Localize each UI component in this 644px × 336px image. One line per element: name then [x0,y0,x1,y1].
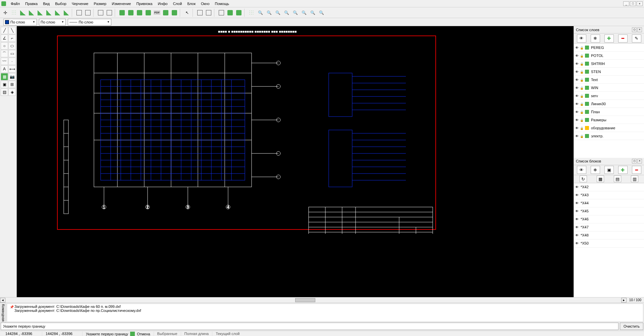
cancel-link[interactable]: Отмена [137,332,150,336]
menu-snap[interactable]: Привязка [133,1,155,6]
layer-freeze-button[interactable]: ❄ [591,35,600,43]
next-view-button[interactable] [205,9,213,17]
lock-icon[interactable] [580,70,584,74]
spline-tool[interactable]: 〰 [1,58,8,65]
ortho-tool[interactable] [75,9,83,17]
eye-icon[interactable] [575,217,579,221]
scroll-right-icon[interactable]: ► [621,298,627,303]
lock-icon[interactable] [580,110,584,114]
command-tab[interactable]: Командная [0,303,6,323]
block-tool[interactable]: ▣ [1,81,8,88]
layer-add-button[interactable]: ✚ [604,35,614,43]
redo-button[interactable] [170,9,178,17]
tab1-button[interactable] [217,9,225,17]
print-icon[interactable] [585,54,589,58]
menu-modify[interactable]: Изменение [109,1,133,6]
dim-tool[interactable]: ⟷ [8,65,16,73]
pdf-button[interactable]: PDF [153,9,161,17]
lock-icon[interactable] [580,118,584,122]
scroll-thumb[interactable] [295,298,315,302]
block-tool4[interactable]: ▥ [631,176,638,182]
maximize-button[interactable]: □ [630,1,636,6]
eye-icon[interactable] [575,126,579,130]
zoom-window-button[interactable]: 🔍 [282,9,290,17]
lock-icon[interactable] [580,94,584,98]
pin-icon[interactable]: 📌 [10,305,14,309]
save-file-button[interactable] [136,9,144,17]
eye-icon[interactable] [575,134,579,138]
layers-panel-header[interactable]: Список слоев ◇× [574,26,644,33]
eye-icon[interactable] [575,225,579,229]
continue-icon[interactable] [130,332,135,336]
eye-icon[interactable] [575,46,579,50]
lock-icon[interactable] [580,62,584,66]
print-icon[interactable] [585,110,589,114]
menu-info[interactable]: Инфо [155,1,170,6]
panel-detach-icon[interactable]: ◇ [632,27,637,32]
block-insert-button[interactable]: ▣ [604,166,614,174]
print-icon[interactable] [585,94,589,98]
block-remove-button[interactable]: ━ [632,166,641,174]
new-file-button[interactable] [118,9,126,17]
text-tool[interactable]: A [1,65,8,73]
zoom-in-button[interactable]: 🔍 [256,9,264,17]
command-input[interactable] [1,323,619,330]
menu-select[interactable]: Выбор [52,1,69,6]
snap-middle-tool[interactable] [36,9,44,17]
linetype-combo[interactable]: ─── По слою ▼ [68,19,111,25]
snap-perpendicular-tool[interactable] [62,9,70,17]
linewidth-combo[interactable]: По слою ▼ [39,19,66,25]
menu-view[interactable]: Вид [40,1,52,6]
polyline-tool[interactable]: ⌐ [8,35,16,42]
print-icon[interactable] [585,62,589,66]
zoom-pan-button[interactable]: 🔍 [291,9,299,17]
zoom-out-button[interactable]: 🔍 [265,9,273,17]
zoom-prev-button[interactable]: 🔍 [309,9,317,17]
snap-intersection-tool[interactable] [28,9,36,17]
print-icon[interactable] [585,126,589,130]
blocks-panel-header[interactable]: Список блоков ◇× [574,158,644,165]
line2-tool[interactable]: ╲ [8,27,16,34]
eye-icon[interactable] [575,193,579,197]
panel-close-icon[interactable]: × [637,27,642,32]
misc-tool[interactable]: ◈ [8,88,16,96]
block-freeze-button[interactable]: ❄ [591,166,600,174]
layer-remove-button[interactable]: ━ [618,35,628,43]
print-icon[interactable] [585,78,589,82]
eye-icon[interactable] [575,86,579,90]
layer-vis-button[interactable]: 👁 [577,35,586,43]
print-icon[interactable] [585,46,589,50]
circle-tool[interactable]: ○ [1,42,8,50]
tab3-button[interactable] [235,9,243,17]
zoom-auto-button[interactable]: 🔍 [274,9,282,17]
menu-draw[interactable]: Черчение [69,1,91,6]
minimize-button[interactable]: _ [623,1,629,6]
eye-icon[interactable] [575,201,579,205]
block-tool2[interactable]: ▦ [597,176,604,182]
polar-tool[interactable] [84,9,92,17]
zoom-select-button[interactable]: 🔍 [300,9,308,17]
zoom-grid-button[interactable] [248,9,256,17]
print-button[interactable] [144,9,152,17]
eye-icon[interactable] [575,70,579,74]
lock-tool[interactable] [105,9,113,17]
menu-layer[interactable]: Слой [170,1,185,6]
snap-reference-tool[interactable] [54,9,62,17]
blocks-list[interactable]: *X42 *X43 *X44 *X45 *X46 *X47 *X48 *X50 [574,183,644,297]
lock-icon[interactable] [580,134,584,138]
hatch-tool[interactable]: ▦ [1,73,8,80]
lock-icon[interactable] [580,126,584,130]
menu-block[interactable]: Блок [184,1,198,6]
line-tool[interactable]: ╱ [1,27,8,34]
block-tool1[interactable]: ↻ [580,176,587,182]
drawing-canvas[interactable]: ■■■■ ■ ■■■■■■■■■■ ■■■■■■■ ■■■ ■■■■■■■■ [17,26,574,297]
snap-center-tool[interactable] [45,9,53,17]
print-icon[interactable] [585,86,589,90]
eye-icon[interactable] [575,54,579,58]
scroll-left-icon[interactable]: ◄ [0,298,5,303]
eye-icon[interactable] [575,110,579,114]
group-tool[interactable]: ⊞ [8,81,16,88]
eye-icon[interactable] [575,118,579,122]
lock-icon[interactable] [580,86,584,90]
print-icon[interactable] [585,70,589,74]
